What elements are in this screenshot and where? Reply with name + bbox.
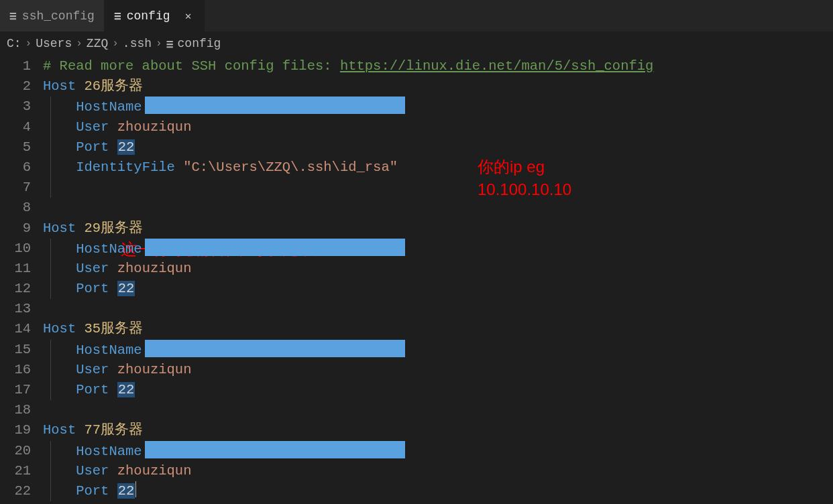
line-number-gutter: 1 2 3 4 5 6 7 8 9 10 11 12 13 14 15 16 1… — [0, 55, 43, 504]
file-icon: ≡ — [114, 9, 121, 23]
code-line[interactable]: Host 77服务器 — [43, 420, 833, 440]
breadcrumb[interactable]: C: › Users › ZZQ › .ssh › ≡ config — [0, 32, 833, 55]
breadcrumb-file[interactable]: config — [178, 37, 221, 50]
code-line[interactable]: HostName — [43, 340, 833, 360]
close-icon[interactable]: ✕ — [182, 9, 195, 23]
code-line[interactable]: HostName — [43, 97, 833, 117]
code-line[interactable]: User zhouziqun — [43, 360, 833, 380]
redacted-ip — [145, 97, 405, 114]
code-line[interactable]: User zhouziqun — [43, 259, 833, 279]
code-line[interactable]: User zhouziqun — [43, 461, 833, 481]
code-area[interactable]: # Read more about SSH config files: http… — [43, 55, 833, 504]
code-line[interactable] — [43, 400, 833, 420]
chevron-right-icon: › — [25, 38, 32, 50]
tab-label: ssh_config — [22, 9, 95, 23]
chevron-right-icon: › — [112, 38, 119, 50]
code-line[interactable]: Port 22 — [43, 137, 833, 158]
code-line[interactable]: HostName — [43, 441, 833, 461]
editor[interactable]: 你的ip eg 10.100.10.10 这一行等会解释，可以先不加 1 2 3… — [0, 55, 833, 504]
code-line[interactable]: Port 22 — [43, 481, 833, 501]
tab-bar: ≡ ssh_config ≡ config ✕ — [0, 0, 833, 32]
breadcrumb-segment[interactable]: Users — [36, 37, 72, 50]
code-line[interactable]: Port 22 — [43, 380, 833, 400]
code-line[interactable]: Host 26服务器 — [43, 76, 833, 97]
redacted-ip — [145, 239, 405, 256]
breadcrumb-segment[interactable]: .ssh — [123, 37, 152, 50]
tab-config[interactable]: ≡ config ✕ — [105, 0, 205, 32]
redacted-ip — [145, 441, 405, 458]
code-line[interactable] — [43, 198, 833, 218]
code-line[interactable] — [43, 299, 833, 319]
chevron-right-icon: › — [76, 38, 82, 50]
file-icon: ≡ — [166, 37, 174, 51]
code-line[interactable]: IdentityFile "C:\Users\ZZQ\.ssh\id_rsa" — [43, 158, 833, 178]
code-line[interactable]: Port 22 — [43, 279, 833, 299]
breadcrumb-segment[interactable]: ZZQ — [87, 37, 108, 50]
chevron-right-icon: › — [156, 38, 162, 50]
code-line[interactable]: Host 35服务器 — [43, 319, 833, 339]
text-cursor — [135, 481, 136, 497]
code-line[interactable]: User zhouziqun — [43, 117, 833, 137]
code-line[interactable]: Host 29服务器 — [43, 218, 833, 239]
code-line[interactable]: # Read more about SSH config files: http… — [43, 56, 833, 76]
code-line[interactable]: HostName — [43, 239, 833, 259]
file-icon: ≡ — [9, 9, 17, 23]
tab-ssh-config[interactable]: ≡ ssh_config — [0, 0, 105, 32]
code-line[interactable] — [43, 178, 833, 198]
tab-label: config — [127, 9, 170, 23]
breadcrumb-segment[interactable]: C: — [7, 37, 21, 50]
redacted-ip — [145, 340, 405, 357]
